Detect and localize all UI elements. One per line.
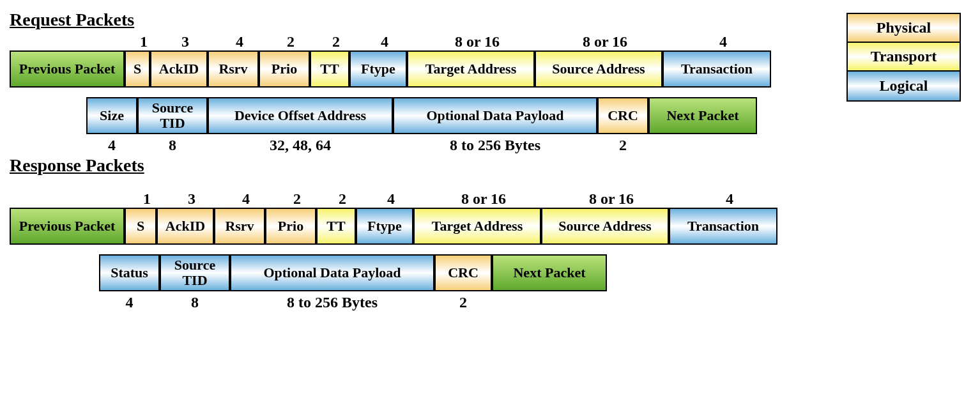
field-prev-packet: Previous Packet — [10, 50, 125, 88]
field-transaction: Transaction — [662, 50, 771, 88]
field-rsrv: Rsrv — [214, 208, 265, 245]
size-label: 8 — [137, 137, 208, 154]
legend-box: Physical Transport Logical — [846, 13, 961, 102]
legend-transport: Transport — [848, 43, 960, 72]
size-label: 2 — [434, 294, 492, 311]
field-ackid: AckID — [150, 50, 208, 88]
field-status: Status — [99, 254, 160, 291]
size-label: 8 or 16 — [420, 190, 547, 208]
field-ftype: Ftype — [356, 208, 413, 245]
field-crc: CRC — [597, 97, 648, 134]
request-row2-sizes: 4 8 32, 48, 64 8 to 256 Bytes 2 — [86, 137, 970, 154]
legend-logical: Logical — [848, 72, 960, 100]
size-label: 8 to 256 Bytes — [393, 137, 597, 154]
size-label: 4 — [220, 190, 272, 208]
field-source-addr: Source Address — [535, 50, 662, 88]
size-label: 8 to 256 Bytes — [230, 294, 434, 311]
response-row2-sizes: 4 8 8 to 256 Bytes 2 — [99, 294, 970, 311]
size-label: 2 — [272, 190, 323, 208]
field-source-tid: Source TID — [160, 254, 230, 291]
size-label: 8 — [160, 294, 230, 311]
size-label: 4 — [356, 33, 413, 50]
response-row1-sizes: 1 3 4 2 2 4 8 or 16 8 or 16 4 — [131, 190, 970, 208]
field-payload: Optional Data Payload — [230, 254, 434, 291]
field-prev-packet: Previous Packet — [10, 208, 125, 245]
field-tt: TT — [310, 50, 349, 88]
field-s: S — [125, 50, 150, 88]
size-label: 4 — [675, 190, 784, 208]
size-label: 4 — [669, 33, 777, 50]
response-row2: Status Source TID Optional Data Payload … — [99, 254, 970, 291]
field-size: Size — [86, 97, 137, 134]
field-payload: Optional Data Payload — [393, 97, 597, 134]
size-label: 2 — [316, 33, 356, 50]
size-label: 1 — [131, 190, 163, 208]
size-label: 2 — [265, 33, 316, 50]
field-target-addr: Target Address — [407, 50, 535, 88]
field-device-offset: Device Offset Address — [208, 97, 393, 134]
size-label: 1 — [131, 33, 157, 50]
response-row1: Previous Packet S AckID Rsrv Prio TT Fty… — [10, 208, 970, 245]
field-tt: TT — [316, 208, 356, 245]
field-ackid: AckID — [157, 208, 214, 245]
field-crc: CRC — [434, 254, 492, 291]
size-label: 4 — [214, 33, 265, 50]
size-label: 3 — [163, 190, 220, 208]
field-transaction: Transaction — [669, 208, 777, 245]
request-row1: Previous Packet S AckID Rsrv Prio TT Fty… — [10, 50, 970, 88]
legend-physical: Physical — [848, 14, 960, 43]
field-s: S — [125, 208, 157, 245]
size-label: 2 — [597, 137, 648, 154]
response-title: Response Packets — [10, 155, 970, 176]
size-label: 8 or 16 — [413, 33, 541, 50]
field-rsrv: Rsrv — [208, 50, 259, 88]
field-prio: Prio — [265, 208, 316, 245]
size-label: 4 — [362, 190, 420, 208]
field-next-packet: Next Packet — [648, 97, 757, 134]
field-ftype: Ftype — [349, 50, 407, 88]
size-label: 32, 48, 64 — [208, 137, 393, 154]
size-label: 3 — [157, 33, 214, 50]
size-label: 4 — [86, 137, 137, 154]
field-next-packet: Next Packet — [492, 254, 607, 291]
field-target-addr: Target Address — [413, 208, 541, 245]
size-label: 8 or 16 — [541, 33, 669, 50]
size-label: 2 — [323, 190, 362, 208]
request-row1-sizes: 1 3 4 2 2 4 8 or 16 8 or 16 4 — [131, 33, 970, 50]
request-row2: Size Source TID Device Offset Address Op… — [86, 97, 970, 134]
field-prio: Prio — [259, 50, 310, 88]
field-source-addr: Source Address — [541, 208, 669, 245]
field-source-tid: Source TID — [137, 97, 208, 134]
request-title: Request Packets — [10, 10, 970, 30]
size-label: 4 — [99, 294, 160, 311]
size-label: 8 or 16 — [547, 190, 675, 208]
